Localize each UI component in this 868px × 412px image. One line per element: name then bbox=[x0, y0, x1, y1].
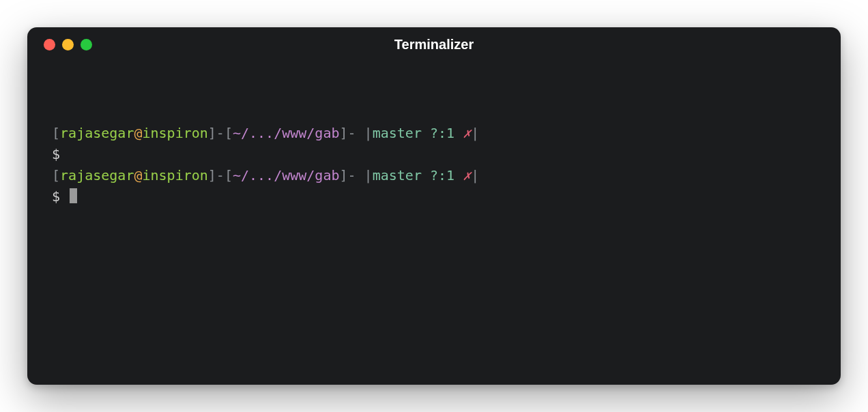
prompt-line: [rajasegar@inspiron]-[~/.../www/gab]- |m… bbox=[52, 165, 816, 186]
traffic-lights bbox=[27, 39, 92, 50]
bracket-close: ] bbox=[339, 125, 347, 141]
prompt-path: ~/.../www/gab bbox=[233, 125, 340, 141]
prompt-dollar: $ bbox=[52, 146, 60, 162]
prompt-sep: - bbox=[216, 167, 225, 183]
minimize-icon[interactable] bbox=[62, 39, 74, 50]
bracket-open: [ bbox=[52, 125, 60, 141]
git-branch: master bbox=[373, 167, 430, 183]
git-status: ?:1 bbox=[430, 167, 463, 183]
terminal-window: Terminalizer [rajasegar@inspiron]-[~/...… bbox=[27, 27, 841, 385]
prompt-sep: - bbox=[348, 167, 356, 183]
pipe-close: | bbox=[471, 167, 479, 183]
git-status: ?:1 bbox=[430, 125, 463, 141]
bracket-close: ] bbox=[339, 167, 347, 183]
pipe-open: | bbox=[356, 167, 373, 183]
terminal-body[interactable]: [rajasegar@inspiron]-[~/.../www/gab]- |m… bbox=[27, 61, 841, 221]
window-title: Terminalizer bbox=[27, 37, 841, 53]
bracket-close: ] bbox=[208, 125, 216, 141]
command-line: $ bbox=[52, 186, 816, 207]
prompt-path: ~/.../www/gab bbox=[233, 167, 340, 183]
close-icon[interactable] bbox=[44, 39, 55, 50]
zoom-icon[interactable] bbox=[81, 39, 92, 50]
prompt-line: [rajasegar@inspiron]-[~/.../www/gab]- |m… bbox=[52, 123, 816, 144]
pipe-close: | bbox=[471, 125, 479, 141]
bracket-open: [ bbox=[225, 167, 233, 183]
prompt-host: inspiron bbox=[142, 167, 207, 183]
prompt-at: @ bbox=[134, 125, 142, 141]
cursor bbox=[70, 188, 77, 203]
bracket-close: ] bbox=[208, 167, 216, 183]
pipe-open: | bbox=[356, 125, 373, 141]
prompt-at: @ bbox=[134, 167, 142, 183]
prompt-sep: - bbox=[216, 125, 225, 141]
prompt-user: rajasegar bbox=[60, 167, 134, 183]
prompt-user: rajasegar bbox=[60, 125, 134, 141]
bracket-open: [ bbox=[225, 125, 233, 141]
prompt-sep: - bbox=[348, 125, 356, 141]
x-icon: ✗ bbox=[463, 125, 471, 141]
command-line: $ bbox=[52, 144, 816, 165]
titlebar: Terminalizer bbox=[27, 27, 841, 61]
prompt-dollar: $ bbox=[52, 188, 68, 205]
prompt-host: inspiron bbox=[142, 125, 207, 141]
x-icon: ✗ bbox=[463, 167, 471, 183]
git-branch: master bbox=[373, 125, 430, 141]
bracket-open: [ bbox=[52, 167, 60, 183]
